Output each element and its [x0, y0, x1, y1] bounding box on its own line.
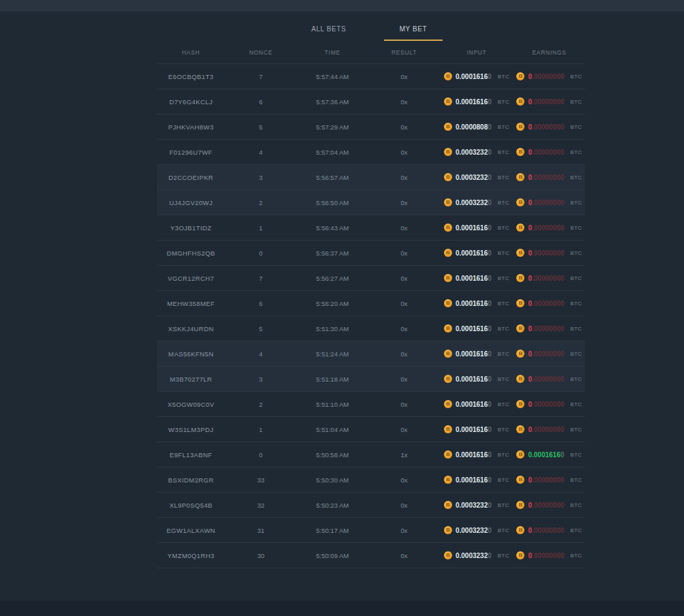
- bet-earnings: B 0.00000000 BTC: [514, 501, 585, 509]
- earnings-currency-label: BTC: [570, 149, 582, 155]
- column-header-earnings: EARNINGS: [514, 49, 585, 56]
- earnings-amount: 0.00000000: [528, 275, 564, 282]
- bet-earnings: B 0.00000000 BTC: [514, 400, 585, 408]
- table-row: EGW1ALXAWN 31 5:50:17 AM 0x B 0.00032320…: [157, 518, 585, 543]
- bet-hash: D7Y6G4KCLJ: [157, 98, 225, 106]
- bet-input: B 0.00016160 BTC: [440, 274, 514, 282]
- input-currency-label: BTC: [498, 174, 509, 181]
- tab-my-bet[interactable]: MY BET: [384, 22, 443, 41]
- bet-result: 0x: [368, 199, 440, 206]
- bet-input: B 0.00016160 BTC: [440, 400, 514, 408]
- bet-input: B 0.00016160 BTC: [440, 299, 514, 307]
- earnings-currency-label: BTC: [570, 326, 582, 332]
- bet-input: B 0.00008080 BTC: [440, 123, 514, 131]
- bet-time: 5:57:44 AM: [297, 73, 368, 80]
- bet-time: 5:56:20 AM: [297, 300, 368, 307]
- bitcoin-coin-icon: B: [516, 123, 524, 131]
- bet-input: B 0.00032320 BTC: [440, 198, 514, 206]
- bet-time: 5:50:30 AM: [297, 476, 368, 484]
- tab-all-bets[interactable]: ALL BETS: [299, 22, 358, 41]
- bet-result: 0x: [368, 375, 440, 383]
- bet-input: B 0.00016160 BTC: [440, 476, 514, 484]
- bitcoin-coin-icon: B: [444, 123, 452, 131]
- input-amount: 0.00032320: [456, 552, 492, 559]
- bet-earnings: B 0.00000000 BTC: [514, 72, 585, 80]
- bet-nonce: 7: [225, 275, 297, 282]
- input-amount: 0.00016160: [456, 275, 492, 282]
- bitcoin-coin-icon: B: [444, 198, 452, 206]
- bet-time: 5:50:58 AM: [297, 451, 368, 459]
- bitcoin-coin-icon: B: [444, 425, 452, 433]
- input-amount: 0.00016160: [456, 375, 492, 383]
- bitcoin-coin-icon: B: [516, 375, 524, 383]
- bitcoin-coin-icon: B: [516, 299, 524, 307]
- table-row: E9FL13ABNF 0 5:50:58 AM 1x B 0.00016160 …: [157, 442, 585, 467]
- earnings-currency-label: BTC: [570, 74, 582, 80]
- earnings-amount: 0.00000000: [528, 350, 564, 358]
- bet-input: B 0.00016160 BTC: [440, 249, 514, 257]
- bet-input: B 0.00032320 BTC: [440, 551, 514, 559]
- earnings-currency-label: BTC: [570, 351, 582, 357]
- bet-nonce: 7: [225, 73, 297, 80]
- table-row: DMGHFHS2QB 0 5:56:37 AM 0x B 0.00016160 …: [157, 241, 585, 266]
- earnings-currency-label: BTC: [570, 200, 582, 206]
- earnings-amount: 0.00000000: [528, 476, 564, 484]
- input-amount: 0.00016160: [456, 451, 492, 459]
- bet-nonce: 1: [225, 426, 297, 433]
- input-currency-label: BTC: [498, 99, 509, 105]
- table-row: PJHKVAH8W3 5 5:57:29 AM 0x B 0.00008080 …: [157, 114, 585, 140]
- column-header-input: INPUT: [440, 49, 514, 56]
- input-currency-label: BTC: [498, 376, 509, 382]
- input-amount: 0.00016160: [456, 401, 492, 408]
- bet-nonce: 31: [225, 527, 297, 534]
- column-header-hash: HASH: [157, 49, 225, 56]
- bet-input: B 0.00016160 BTC: [440, 350, 514, 358]
- bet-earnings: B 0.00000000 BTC: [514, 224, 585, 232]
- bet-result: 0x: [368, 123, 440, 131]
- bet-hash: F01296U7WF: [157, 149, 225, 156]
- earnings-amount: 0.00000000: [528, 527, 564, 534]
- bet-result: 0x: [368, 73, 440, 80]
- bet-hash: XL9P0SQ54B: [157, 502, 225, 509]
- bet-result: 0x: [368, 149, 440, 156]
- table-row: BSXIDM2RGR 33 5:50:30 AM 0x B 0.00016160…: [157, 467, 585, 493]
- input-amount: 0.00016160: [456, 224, 492, 232]
- bet-hash: UJ4JGV20WJ: [157, 199, 225, 206]
- input-amount: 0.00016160: [456, 476, 492, 484]
- earnings-currency-label: BTC: [570, 250, 582, 256]
- bet-result: 0x: [368, 224, 440, 232]
- table-row: M3B70277LR 3 5:51:18 AM 0x B 0.00016160 …: [157, 367, 585, 392]
- bets-tabs: ALL BETS MY BET: [157, 22, 585, 41]
- input-amount: 0.00016160: [456, 300, 492, 307]
- earnings-currency-label: BTC: [570, 124, 582, 130]
- table-row: E6OCBQB1T3 7 5:57:44 AM 0x B 0.00016160 …: [157, 64, 585, 89]
- bet-nonce: 0: [225, 249, 297, 257]
- input-currency-label: BTC: [498, 351, 509, 357]
- bitcoin-coin-icon: B: [516, 274, 524, 282]
- earnings-amount: 0.00000000: [528, 123, 564, 131]
- bitcoin-coin-icon: B: [516, 501, 524, 509]
- bet-earnings: B 0.00000000 BTC: [514, 476, 585, 484]
- column-header-time: TIME: [297, 49, 368, 56]
- input-amount: 0.00008080: [456, 123, 492, 131]
- bet-hash: E9FL13ABNF: [157, 451, 225, 459]
- bet-earnings: B 0.00000000 BTC: [514, 526, 585, 534]
- bet-time: 5:56:50 AM: [297, 199, 368, 206]
- bitcoin-coin-icon: B: [516, 173, 524, 181]
- column-header-result: RESULT: [368, 49, 440, 56]
- bet-nonce: 0: [225, 451, 297, 459]
- bet-result: 0x: [368, 426, 440, 433]
- bet-time: 5:50:23 AM: [297, 502, 368, 509]
- bitcoin-coin-icon: B: [516, 526, 524, 534]
- bet-earnings: B 0.00000000 BTC: [514, 551, 585, 559]
- bitcoin-coin-icon: B: [516, 198, 524, 206]
- bet-time: 5:50:09 AM: [297, 552, 368, 559]
- bitcoin-coin-icon: B: [444, 375, 452, 383]
- input-currency-label: BTC: [498, 326, 509, 332]
- bet-hash: DMGHFHS2QB: [157, 249, 225, 257]
- bet-earnings: B 0.00000000 BTC: [514, 274, 585, 282]
- table-row: YMZM0Q1RH3 30 5:50:09 AM 0x B 0.00032320…: [157, 543, 585, 568]
- bet-result: 0x: [368, 325, 440, 333]
- earnings-amount: 0.00000000: [528, 426, 564, 433]
- bet-result: 0x: [368, 350, 440, 358]
